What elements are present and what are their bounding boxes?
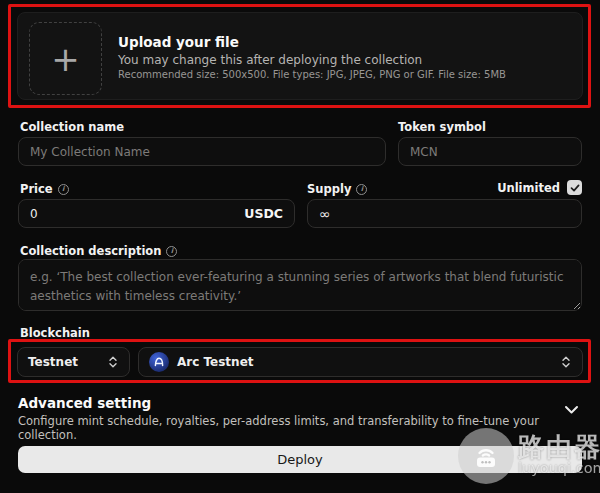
description-textarea[interactable] [18,259,582,311]
advanced-setting-subtitle: Configure mint schedule, royalties, per-… [18,414,558,442]
advanced-setting-title[interactable]: Advanced setting [18,395,151,411]
supply-label: Supply i [307,182,367,196]
price-input[interactable] [30,207,244,221]
price-label: Price i [20,182,69,196]
price-field: USDC [18,199,295,228]
info-icon[interactable]: i [166,246,177,257]
chain-select[interactable]: Arc Testnet [138,347,583,377]
select-chevrons-icon [107,355,119,369]
collection-name-label: Collection name [20,120,124,134]
unlimited-toggle: Unlimited [497,180,582,195]
supply-input[interactable] [319,206,570,222]
token-symbol-input[interactable] [398,137,582,166]
unlimited-checkbox[interactable] [567,180,582,195]
token-symbol-label: Token symbol [398,120,486,134]
description-label: Collection description i [20,244,177,258]
collection-name-input[interactable] [18,137,386,166]
select-chevrons-icon [560,355,572,369]
upload-subtitle: You may change this after deploying the … [118,53,422,67]
deploy-button[interactable]: Deploy [18,446,582,473]
price-currency: USDC [244,206,283,221]
info-icon[interactable]: i [58,184,69,195]
arc-testnet-icon [149,352,169,372]
plus-icon: + [51,42,80,76]
network-select-value: Testnet [28,355,78,369]
upload-title: Upload your file [118,34,239,50]
info-icon[interactable]: i [356,184,367,195]
supply-field [307,199,582,228]
network-select[interactable]: Testnet [17,347,130,377]
chain-select-value: Arc Testnet [177,355,254,369]
upload-dropzone[interactable]: + [29,22,102,95]
deploy-button-label: Deploy [277,452,323,467]
upload-hint: Recommended size: 500x500. File types: J… [118,69,506,80]
unlimited-label: Unlimited [497,181,560,195]
chevron-down-icon[interactable] [563,401,580,420]
checkmark-icon [570,183,580,193]
blockchain-label: Blockchain [20,326,90,340]
upload-card: + Upload your file You may change this a… [17,12,583,100]
